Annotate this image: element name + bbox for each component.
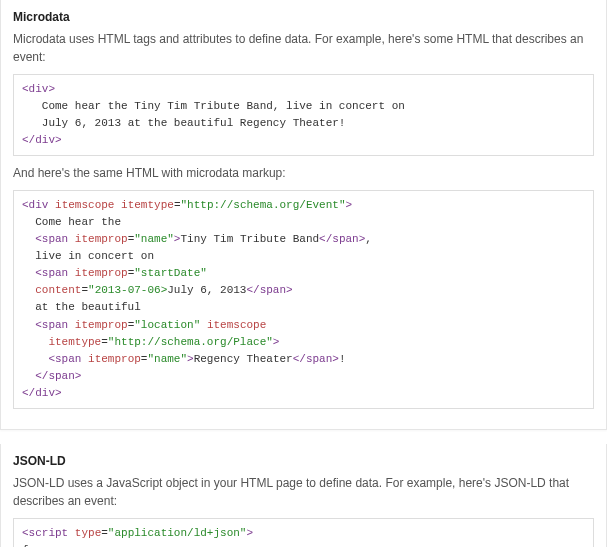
microdata-card: Microdata Microdata uses HTML tags and a…: [0, 0, 607, 430]
code-microdata-html: <div itemscope itemtype="http://schema.o…: [13, 190, 594, 409]
jsonld-heading: JSON-LD: [13, 454, 594, 468]
microdata-bridge: And here's the same HTML with microdata …: [13, 164, 594, 182]
microdata-heading: Microdata: [13, 10, 594, 24]
microdata-intro: Microdata uses HTML tags and attributes …: [13, 30, 594, 66]
code-plain-html: <div> Come hear the Tiny Tim Tribute Ban…: [13, 74, 594, 156]
jsonld-card: JSON-LD JSON-LD uses a JavaScript object…: [0, 444, 607, 547]
code-jsonld: <script type="application/ld+json"> { "@…: [13, 518, 594, 547]
jsonld-intro: JSON-LD uses a JavaScript object in your…: [13, 474, 594, 510]
